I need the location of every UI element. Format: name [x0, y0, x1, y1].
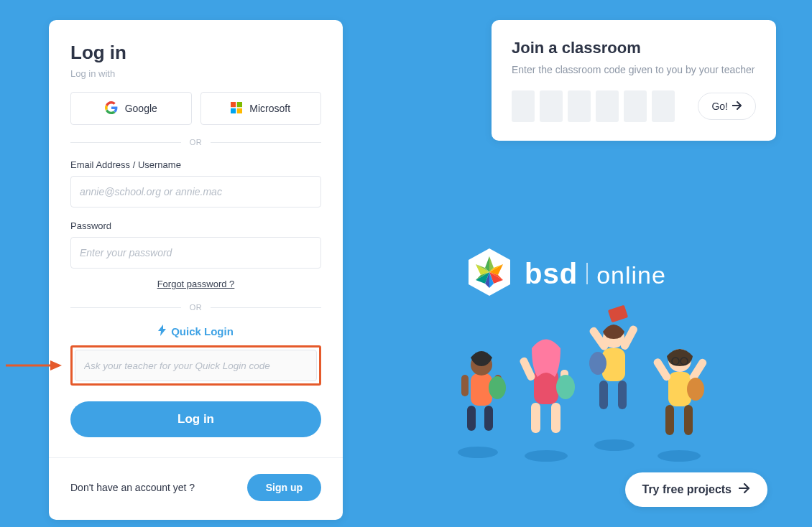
classroom-code-input-4[interactable] [596, 90, 619, 122]
email-input[interactable] [70, 176, 321, 207]
svg-rect-42 [599, 381, 608, 409]
svg-point-29 [489, 376, 506, 399]
lightning-icon [158, 325, 167, 338]
join-classroom-card: Join a classroom Enter the classroom cod… [492, 20, 776, 141]
email-label: Email Address / Username [70, 159, 321, 170]
signup-prompt: Don't have an account yet ? [70, 482, 195, 493]
svg-rect-27 [461, 375, 469, 396]
google-login-button[interactable]: Google [70, 92, 192, 125]
svg-point-36 [556, 375, 575, 399]
svg-rect-52 [684, 405, 693, 435]
google-icon [105, 101, 118, 116]
login-subtitle: Log in with [70, 68, 321, 79]
join-go-button[interactable]: Go! [698, 93, 756, 120]
svg-point-53 [687, 378, 704, 401]
svg-rect-33 [551, 403, 560, 433]
bsd-hex-icon [467, 247, 512, 300]
classroom-code-input-2[interactable] [540, 90, 563, 122]
svg-rect-37 [608, 305, 628, 323]
svg-rect-51 [665, 405, 674, 435]
login-title: Log in [70, 42, 321, 64]
svg-rect-25 [467, 406, 476, 431]
svg-rect-2 [231, 108, 236, 113]
forgot-password-link[interactable]: Forgot password ? [157, 279, 235, 289]
svg-rect-1 [237, 102, 242, 107]
try-free-projects-button[interactable]: Try free projects [625, 472, 768, 507]
svg-rect-0 [231, 102, 236, 107]
join-subtitle: Enter the classroom code given to you by… [512, 63, 756, 78]
brand-name: bsd [525, 258, 578, 290]
or-divider: OR [70, 138, 321, 146]
join-title: Join a classroom [512, 39, 756, 57]
annotation-arrow-icon [6, 360, 62, 371]
password-input[interactable] [70, 237, 321, 269]
login-card: Log in Log in with Google [49, 20, 343, 520]
svg-rect-32 [531, 403, 540, 433]
svg-point-22 [658, 450, 701, 462]
svg-rect-3 [237, 108, 242, 113]
try-free-projects-label: Try free projects [642, 483, 732, 496]
microsoft-icon [231, 102, 242, 116]
brand-suffix: online [596, 261, 666, 289]
brand-separator [586, 263, 588, 284]
svg-point-20 [525, 450, 568, 462]
svg-marker-5 [50, 360, 62, 370]
students-illustration [446, 302, 719, 467]
arrow-right-icon [739, 483, 750, 496]
signup-button[interactable]: Sign up [247, 474, 321, 501]
signup-bar: Don't have an account yet ? Sign up [49, 457, 343, 520]
svg-point-19 [458, 447, 498, 458]
login-button[interactable]: Log in [70, 401, 321, 437]
or-divider-2: OR [70, 303, 321, 312]
microsoft-login-label: Microsoft [249, 103, 290, 114]
quick-login-heading: Quick Login [70, 325, 321, 338]
brand-logo: bsd online [467, 247, 666, 300]
svg-rect-43 [618, 381, 627, 409]
google-login-label: Google [125, 103, 157, 114]
arrow-right-icon [732, 101, 742, 112]
go-button-label: Go! [711, 101, 728, 112]
classroom-code-input-3[interactable] [568, 90, 591, 122]
svg-rect-26 [484, 406, 493, 431]
classroom-code-input-1[interactable] [512, 90, 535, 122]
svg-point-21 [594, 439, 635, 451]
svg-point-44 [589, 352, 606, 375]
password-label: Password [70, 220, 321, 231]
classroom-code-input-6[interactable] [652, 90, 675, 122]
quick-login-input[interactable] [75, 350, 317, 381]
microsoft-login-button[interactable]: Microsoft [200, 92, 322, 125]
classroom-code-input-5[interactable] [624, 90, 647, 122]
quick-login-highlight [70, 345, 321, 386]
